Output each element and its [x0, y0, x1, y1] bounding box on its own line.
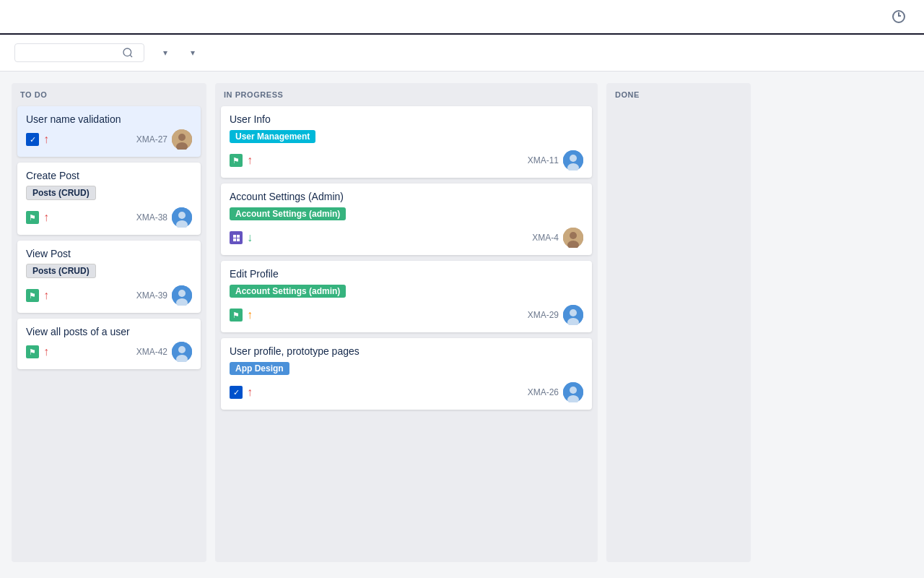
check-icon: ✓: [26, 133, 39, 146]
column-todo: TO DOUser name validation✓↑XMA-27Create …: [12, 83, 206, 562]
svg-rect-20: [237, 238, 240, 241]
card-title: View Post: [26, 248, 192, 259]
svg-point-15: [570, 155, 577, 162]
priority-icon: ↓: [247, 232, 253, 243]
avatar-photo: [172, 129, 192, 150]
card-meta: XMA-39: [136, 285, 192, 306]
priority-icon: ↑: [43, 134, 49, 145]
priority-icon: ↑: [43, 346, 49, 358]
board: TO DOUser name validation✓↑XMA-27Create …: [0, 72, 924, 574]
card-xma-11[interactable]: User InfoUser Management⚑↑XMA-11: [221, 106, 592, 178]
card-xma-39[interactable]: View PostPosts (CRUD)⚑↑XMA-39: [17, 241, 201, 313]
top-bar: [0, 0, 924, 35]
svg-rect-17: [233, 235, 236, 238]
card-icons: ✓↑: [230, 386, 253, 399]
priority-icon: ↑: [43, 290, 49, 301]
column-inprogress: IN PROGRESSUser InfoUser Management⚑↑XMA…: [215, 83, 598, 562]
card-xma-26[interactable]: User profile, prototype pagesApp Design✓…: [221, 338, 592, 410]
card-meta: XMA-11: [528, 150, 583, 171]
svg-rect-19: [233, 238, 236, 241]
card-id: XMA-4: [532, 233, 559, 243]
story-icon: [230, 231, 243, 244]
card-footer: ⚑↑XMA-29: [230, 305, 583, 325]
card-id: XMA-39: [136, 290, 167, 301]
card-icons: ⚑↑: [230, 309, 253, 322]
card-title: Create Post: [26, 170, 192, 181]
story-icon: ⚑: [26, 345, 39, 358]
avatar-default: [172, 342, 192, 362]
search-icon: [122, 47, 134, 59]
card-meta: XMA-42: [136, 342, 192, 362]
assignee-chevron: ▾: [191, 48, 195, 58]
card-footer: ⚑↑XMA-42: [26, 342, 192, 362]
card-id: XMA-27: [136, 134, 167, 144]
avatar-photo: [563, 228, 583, 248]
check-icon: ✓: [230, 386, 243, 399]
quick-filters-button[interactable]: ▾: [156, 45, 172, 61]
card-tag: User Management: [230, 130, 315, 143]
svg-rect-18: [237, 235, 240, 238]
card-tag: Account Settings (admin): [230, 207, 346, 220]
card-xma-4[interactable]: Account Settings (Admin)Account Settings…: [221, 184, 592, 255]
svg-point-0: [123, 48, 131, 56]
card-meta: XMA-38: [136, 207, 192, 228]
story-icon: ⚑: [26, 289, 39, 302]
card-tag: Account Settings (admin): [230, 285, 346, 298]
card-footer: ⚑↑XMA-39: [26, 285, 192, 306]
card-title: View all posts of a user: [26, 326, 192, 337]
card-meta: XMA-27: [136, 129, 192, 150]
svg-point-25: [570, 309, 577, 316]
assignee-button[interactable]: ▾: [183, 45, 199, 61]
card-meta: XMA-29: [528, 305, 583, 325]
card-xma-38[interactable]: Create PostPosts (CRUD)⚑↑XMA-38: [17, 163, 201, 235]
column-body-done: [606, 103, 751, 562]
priority-icon: ↑: [247, 387, 253, 398]
svg-point-22: [570, 232, 577, 239]
card-footer: ⚑↑XMA-11: [230, 150, 583, 171]
card-title: User Info: [230, 113, 583, 125]
card-tag: Posts (CRUD): [26, 264, 96, 278]
story-icon: ⚑: [230, 309, 243, 322]
svg-point-9: [178, 290, 186, 297]
card-id: XMA-26: [528, 387, 559, 397]
column-body-todo: User name validation✓↑XMA-27Create PostP…: [12, 103, 206, 562]
card-icons: ⚑↑: [26, 289, 49, 302]
card-icons: ↓: [230, 231, 253, 244]
card-xma-29[interactable]: Edit ProfileAccount Settings (admin)⚑↑XM…: [221, 261, 592, 332]
svg-point-6: [178, 212, 186, 219]
avatar-default: [172, 285, 192, 306]
column-header-inprogress: IN PROGRESS: [215, 83, 598, 103]
column-body-inprogress: User InfoUser Management⚑↑XMA-11Account …: [215, 103, 598, 562]
card-footer: ✓↑XMA-27: [26, 129, 192, 150]
svg-line-1: [130, 55, 132, 57]
card-meta: XMA-26: [528, 382, 583, 402]
card-footer: ⚑↑XMA-38: [26, 207, 192, 228]
card-xma-27[interactable]: User name validation✓↑XMA-27: [17, 106, 201, 157]
timer-section: [892, 10, 910, 23]
svg-point-28: [570, 387, 577, 394]
card-id: XMA-38: [136, 212, 167, 223]
search-input[interactable]: [21, 47, 122, 59]
priority-icon: ↑: [247, 155, 253, 166]
card-tag: App Design: [230, 362, 289, 375]
avatar-default: [563, 382, 583, 402]
story-icon: ⚑: [230, 154, 243, 167]
toolbar: ▾ ▾: [0, 35, 924, 72]
card-id: XMA-42: [136, 347, 167, 357]
card-meta: XMA-4: [532, 228, 583, 248]
card-title: User name validation: [26, 113, 192, 125]
column-header-todo: TO DO: [12, 83, 206, 103]
card-icons: ⚑↑: [26, 211, 49, 224]
story-icon: ⚑: [26, 211, 39, 224]
priority-icon: ↑: [247, 309, 253, 321]
svg-point-12: [178, 346, 186, 353]
card-title: Account Settings (Admin): [230, 191, 583, 202]
avatar-default: [563, 305, 583, 325]
card-tag: Posts (CRUD): [26, 186, 96, 200]
card-id: XMA-11: [528, 155, 559, 165]
clock-icon: [892, 10, 905, 23]
card-xma-42[interactable]: View all posts of a user⚑↑XMA-42: [17, 319, 201, 369]
search-box[interactable]: [14, 43, 144, 62]
card-icons: ⚑↑: [26, 345, 49, 358]
card-icons: ✓↑: [26, 133, 49, 146]
